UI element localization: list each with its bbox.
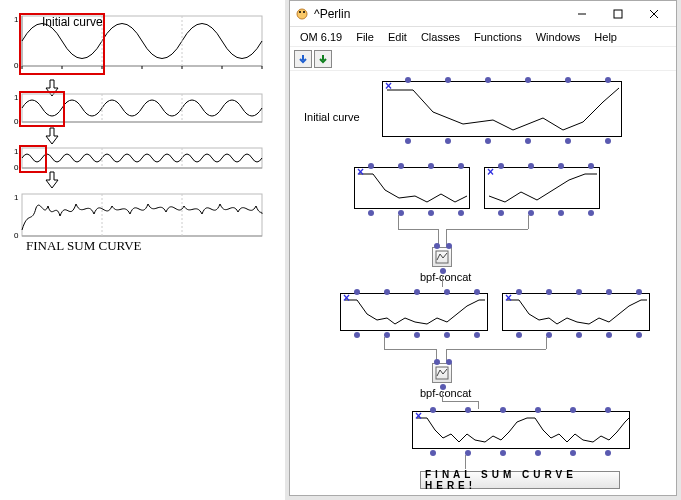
close-icon[interactable]: ×: [415, 410, 422, 422]
bpf-concat-label-2: bpf-concat: [420, 387, 471, 399]
titlebar[interactable]: ^Perlin: [290, 1, 676, 27]
down-arrow-green-button[interactable]: [314, 50, 332, 68]
close-icon[interactable]: ×: [357, 166, 364, 178]
window-title: ^Perlin: [314, 7, 564, 21]
final-sum-label: FINAL SUM CURVE: [26, 238, 142, 253]
svg-text:1: 1: [14, 15, 19, 24]
svg-point-36: [299, 11, 301, 13]
chart-icon: [435, 250, 449, 264]
bpf-concat-node-1[interactable]: [432, 247, 452, 267]
bpf-box-half-left[interactable]: ×: [354, 167, 470, 209]
svg-text:0: 0: [14, 117, 19, 126]
menu-classes[interactable]: Classes: [415, 29, 466, 45]
menu-edit[interactable]: Edit: [382, 29, 413, 45]
svg-rect-29: [22, 194, 262, 236]
down-arrow-blue-button[interactable]: [294, 50, 312, 68]
bpf-box-final[interactable]: ×: [412, 411, 630, 449]
svg-text:1: 1: [14, 147, 19, 156]
left-figure: 1 0 Initial curve 10: [10, 4, 275, 254]
final-sum-button[interactable]: FINAL SUM CURVE HERE!: [420, 471, 620, 489]
svg-text:1: 1: [14, 193, 19, 202]
minimize-button[interactable]: [564, 3, 600, 25]
close-icon[interactable]: ×: [343, 292, 350, 304]
close-icon[interactable]: ×: [385, 80, 392, 92]
close-icon[interactable]: ×: [487, 166, 494, 178]
menu-functions[interactable]: Functions: [468, 29, 528, 45]
bpf-concat-label-1: bpf-concat: [420, 271, 471, 283]
app-icon: [294, 6, 310, 22]
bpf-box-concat-right[interactable]: ×: [502, 293, 650, 331]
desktop-area: ^Perlin OM 6.19 File Edit Classes Functi…: [285, 0, 681, 500]
patch-canvas[interactable]: Initial curve × × ×: [290, 71, 676, 495]
svg-point-37: [303, 11, 305, 13]
close-button[interactable]: [636, 3, 672, 25]
bpf-box-half-right[interactable]: ×: [484, 167, 600, 209]
initial-curve-label: Initial curve: [42, 15, 103, 29]
svg-rect-19: [20, 92, 64, 126]
bpf-box-concat-left[interactable]: ×: [340, 293, 488, 331]
bpf-concat-node-2[interactable]: [432, 363, 452, 383]
menu-file[interactable]: File: [350, 29, 380, 45]
close-icon[interactable]: ×: [505, 292, 512, 304]
maximize-button[interactable]: [600, 3, 636, 25]
svg-rect-39: [614, 10, 622, 18]
svg-text:0: 0: [14, 163, 19, 172]
app-window: ^Perlin OM 6.19 File Edit Classes Functi…: [289, 0, 677, 496]
menubar: OM 6.19 File Edit Classes Functions Wind…: [290, 27, 676, 47]
root: 1 0 Initial curve 10: [0, 0, 681, 500]
svg-text:1: 1: [14, 93, 19, 102]
toolbar: [290, 47, 676, 71]
svg-text:0: 0: [14, 61, 19, 70]
menu-help[interactable]: Help: [588, 29, 623, 45]
chart-icon: [435, 366, 449, 380]
bpf-box-initial[interactable]: ×: [382, 81, 622, 137]
left-document-pane: 1 0 Initial curve 10: [0, 0, 285, 500]
menu-windows[interactable]: Windows: [530, 29, 587, 45]
svg-point-35: [297, 9, 307, 19]
svg-text:0: 0: [14, 231, 19, 240]
canvas-initial-label: Initial curve: [304, 111, 360, 123]
menu-version[interactable]: OM 6.19: [294, 29, 348, 45]
